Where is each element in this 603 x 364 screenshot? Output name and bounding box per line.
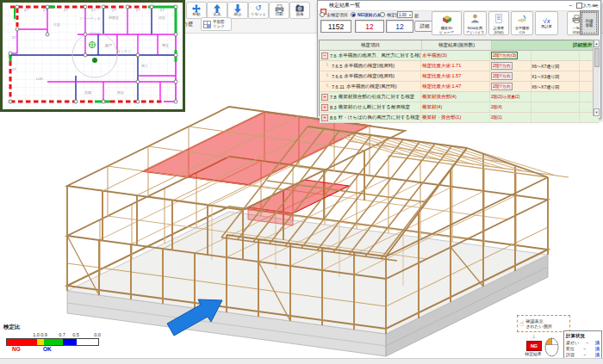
advisor-person-icon (470, 11, 480, 27)
svg-text:洋室: 洋室 (53, 22, 60, 27)
table-row[interactable]: └7.6.11水平構面の検定(風圧時) 検定比最大値:1.47 2階Y方向 X6… (320, 82, 599, 92)
calc-status-row: 変位−済 (566, 346, 600, 352)
report-print-button[interactable]: 計算書 (印刷) (488, 11, 509, 35)
calc-status-box: 計算状況 梁せい−済 変位−済 許容−済 (563, 330, 602, 360)
dialog-title-bar[interactable]: 検定結果一覧 − □ × (318, 1, 600, 11)
table-row[interactable]: +8.3横架材のせん断に対する耐震検定 横架材(4) 2階(4) (320, 102, 599, 113)
pointing-hand-icon: ☝ (519, 319, 524, 328)
chevron-down-icon: ▾ (409, 13, 411, 17)
calc-status-row: 梁せい−済 (566, 340, 600, 346)
radio-circle (320, 12, 325, 17)
checkbox-icon (576, 3, 582, 9)
scroll-thumb[interactable] (594, 48, 600, 67)
expand-icon[interactable]: + (321, 104, 328, 111)
svg-text:LDK: LDK (36, 77, 43, 81)
table-row[interactable]: −7.6水平構面の地震力、風圧力に対する検定 水平構面(3) 2階Y方向(3) (320, 51, 599, 61)
radio-all-items[interactable]: 全検定項目 (320, 12, 348, 17)
svg-text:2.7: 2.7 (12, 68, 16, 71)
legend-ng-label: NG (12, 346, 21, 352)
svg-text:押入: 押入 (140, 64, 148, 68)
hint-instruction: ☝ 確認表示 されたい箇所 (517, 315, 570, 332)
legend-color-bar (6, 338, 99, 346)
table-row[interactable]: └7.6.5水平構面の検定(地震時) 検定比最大値:1.71 2階Y方向 X6〜… (320, 61, 599, 71)
scroll-up-icon[interactable]: ▲ (594, 40, 600, 47)
table-row[interactable]: +7.8横架材接合部の引抜力に対する検定 横架材接合部(4) 2階(2)/小屋裏… (320, 92, 599, 102)
radio-circle (380, 12, 385, 17)
branch-icon: └ (325, 64, 330, 69)
svg-text:寝室: 寝室 (162, 43, 169, 47)
header-detail: 詳細箇所 (492, 40, 594, 50)
scroll-down-icon[interactable]: ▼ (594, 108, 600, 116)
ng-sample-badge: NG (526, 341, 542, 351)
app-window: 移動 拡大 縮小 ↺ リセット 印刷 画像 (0, 0, 603, 364)
plane-arrow-icon (517, 11, 527, 27)
ng-advice-button[interactable]: NG&改善 アドバイス (463, 11, 487, 35)
dialog-title: 検定結果一覧 (329, 2, 564, 9)
total-count: 1152 (320, 20, 351, 33)
svg-text:浴室: 浴室 (159, 15, 165, 20)
detail-cell[interactable]: 2階Y方向 (491, 62, 513, 70)
detail-cell-selected[interactable]: 2階Y方向(3) (491, 52, 518, 59)
legend-tick: 0.5 (70, 332, 82, 337)
svg-text:洗面室: 洗面室 (109, 15, 119, 20)
legend-ok-label: OK (43, 346, 52, 352)
svg-text:フリーデッキ: フリーデッキ (79, 16, 100, 21)
hint-panel: ☝ 確認表示 されたい箇所 ↓ NG 検定結果 計算状況 梁せい−済 変位−済 … (515, 303, 603, 360)
ratio-select[interactable]: 1.00 ▾ (397, 11, 413, 18)
input-memo-checkbox[interactable]: 入力メモ (576, 3, 599, 9)
svg-text:2.7: 2.7 (136, 9, 140, 12)
horizontal-plane-cg-button[interactable]: 水平構面 CG (511, 11, 533, 35)
target-grade-button[interactable]: 目標 等級 (580, 10, 599, 35)
calc-status-row: 許容−済 (566, 352, 600, 358)
branch-icon: └ (325, 74, 330, 79)
results-table: 検定項目 検定結果(箇所数) 詳細箇所 −7.6水平構面の地震力、風圧力に対する… (319, 40, 600, 116)
table-row[interactable]: └7.6.6水平構面の検定(地震時) 検定比最大値:1.57 2階Y方向 X1〜… (320, 71, 599, 82)
legend-title: 検定比 (3, 324, 21, 331)
legend-tick: 0.7 (56, 332, 68, 337)
svg-text:納戸: 納戸 (104, 43, 112, 47)
check-ratio-legend: 検定比 1.0 0.9 0.7 0.5 0.0 NG OK (2, 324, 109, 356)
expand-icon[interactable]: + (321, 94, 328, 101)
radio-ng-only[interactable]: NG項目のみ (351, 12, 382, 17)
svg-text:2.7: 2.7 (91, 9, 96, 12)
foundation (67, 207, 548, 356)
header-result: 検定結果(箇所数) (422, 40, 492, 50)
structure-3d-viewer-button[interactable]: 構造3D ビューア (432, 11, 462, 35)
recalculate-button[interactable]: √x 再計算 (535, 11, 558, 35)
table-header: 検定項目 検定結果(箇所数) 詳細箇所 (320, 40, 599, 51)
radio-circle (351, 12, 356, 17)
ng-count: 12 (355, 20, 384, 33)
minimize-button[interactable]: − (564, 2, 576, 10)
svg-text:2.7: 2.7 (12, 36, 16, 40)
calc-status-title: 計算状況 (566, 333, 600, 339)
red-highlight-panels (143, 112, 370, 225)
svg-text:2.7: 2.7 (64, 9, 68, 12)
result-dialog: 検定結果一覧 − □ × 全検定項目 NG項目のみ 検定比 1.00 ▾ 超 1… (317, 0, 601, 119)
dialog-icon (320, 3, 326, 9)
floor-plan-overlay[interactable]: 2.7 2.7 2.7 2.7 2.7 2.7 2.7 2.7 2.7 洋室 フ… (0, 0, 185, 112)
dialog-action-buttons: 構造3D ビューア NG&改善 アドバイス 計算書 (印刷) (432, 11, 586, 35)
svg-text:2.7: 2.7 (24, 9, 28, 12)
center-of-gravity-dot (92, 58, 97, 63)
svg-text:2.7: 2.7 (160, 9, 165, 12)
header-item: 検定項目 (320, 40, 422, 50)
expand-icon[interactable]: + (321, 114, 328, 121)
svg-text:2.7: 2.7 (43, 9, 47, 12)
collapse-icon[interactable]: − (321, 52, 328, 59)
svg-text:キッチン: キッチン (117, 49, 131, 53)
detail-cell[interactable]: 2階Y方向 (491, 83, 513, 90)
status-bar (0, 358, 603, 364)
svg-text:和室: 和室 (117, 90, 124, 95)
svg-text:玄関: 玄関 (84, 90, 91, 95)
ratio-over-label: 超 (414, 13, 419, 18)
table-row[interactable]: +8.6軒・けらばの負の風圧力に対する検定 横架材・接合部(1) 2階(1) (320, 113, 599, 123)
legend-tick: 0.9 (38, 332, 50, 337)
table-scrollbar[interactable]: ▲ ▼ (593, 40, 600, 116)
mouse-icon (544, 337, 559, 358)
document-icon (494, 11, 503, 27)
shown-count: 12 (386, 20, 413, 33)
cube-3d-icon (442, 11, 452, 27)
down-arrow-icon: ↓ (532, 333, 536, 339)
detail-cell[interactable]: 2階Y方向 (491, 72, 513, 80)
branch-icon: └ (325, 84, 330, 89)
